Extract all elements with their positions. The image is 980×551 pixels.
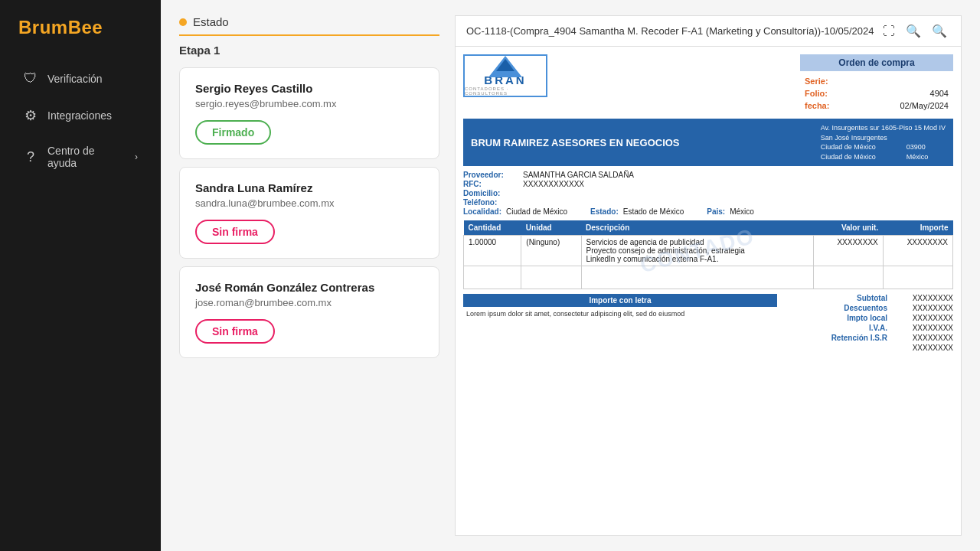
sidebar-label-integraciones: Integraciones [47, 109, 138, 122]
cell-valor-unit: XXXXXXXX [813, 236, 883, 266]
address-line1: Av. Insurgentes sur 1605-Piso 15 Mod IV [821, 123, 946, 133]
shield-icon: 🛡 [23, 70, 38, 86]
pais-val: México [730, 207, 754, 216]
subtotal-label: Subtotal [857, 294, 887, 302]
address-cp: 03900 [906, 142, 926, 152]
logo-area: BrumBee [0, 0, 161, 60]
provider-section: Proveedor: SAMANTHA GARCIA SALDAÑA RFC: … [463, 171, 953, 216]
left-panel: Estado Etapa 1 Sergio Reyes Castillo ser… [179, 15, 439, 536]
signer-card-2: Sandra Luna Ramírez sandra.luna@brumbee.… [179, 167, 439, 259]
impto-local-row: Impto local XXXXXXXX [847, 314, 953, 322]
subtotal-val: XXXXXXXX [900, 294, 953, 302]
total-row: XXXXXXXX [887, 344, 953, 352]
folio-label: Folio: [802, 88, 855, 99]
impto-local-label: Impto local [847, 314, 887, 322]
descuentos-val: XXXXXXXX [900, 304, 953, 312]
estado-doc-val: Estado de México [623, 207, 684, 216]
doc-header-row: BRAN CONTADORES · CONSULTORES Orden de c… [463, 54, 953, 112]
company-name: BRUM RAMIREZ ASESORES EN NEGOCIOS [471, 137, 680, 148]
descuentos-label: Descuentos [844, 304, 887, 312]
bottom-section: Importe con letra Lorem ipsum dolor sit … [463, 294, 953, 352]
totals-section: Subtotal XXXXXXXX Descuentos XXXXXXXX Im… [785, 294, 953, 352]
serie-val [857, 76, 952, 86]
doc-logo-area: BRAN CONTADORES · CONSULTORES [463, 54, 563, 97]
sin-firma-button-3[interactable]: Sin firma [195, 319, 275, 344]
logo-subtitle: CONTADORES · CONSULTORES [465, 86, 546, 96]
proveedor-val: SAMANTHA GARCIA SALDAÑA [523, 171, 634, 179]
importe-letra-section: Importe con letra Lorem ipsum dolor sit … [463, 294, 777, 352]
signer-name-1: Sergio Reyes Castillo [195, 82, 423, 95]
telefono-label: Teléfono: [463, 198, 518, 207]
total-val: XXXXXXXX [900, 344, 953, 352]
table-row: 1.00000 (Ninguno) Servicios de agencia d… [464, 236, 953, 266]
sin-firma-button-2[interactable]: Sin firma [195, 220, 275, 244]
orden-compra-section: Orden de compra Serie: Folio: 4904 [800, 54, 953, 112]
impto-local-val: XXXXXXXX [900, 314, 953, 322]
sidebar-label-verificacion: Verificación [47, 73, 138, 85]
signer-email-3: jose.roman@brumbee.com.mx [195, 297, 423, 308]
folio-val: 4904 [857, 88, 952, 99]
iva-row: I.V.A. XXXXXXXX [869, 324, 953, 332]
cell-unidad: (Ninguno) [521, 236, 581, 266]
estado-dot-icon [179, 18, 187, 26]
serie-label: Serie: [802, 76, 855, 86]
localidad-val: Ciudad de México [506, 207, 567, 216]
sidebar-label-ayuda: Centro de ayuda [47, 145, 126, 169]
retencion-val: XXXXXXXX [900, 334, 953, 342]
zoom-out-icon[interactable]: 🔍 [929, 22, 950, 40]
proveedor-label: Proveedor: [463, 171, 518, 179]
signer-card-1: Sergio Reyes Castillo sergio.reyes@brumb… [179, 67, 439, 159]
sidebar-item-ayuda[interactable]: ? Centro de ayuda › [5, 135, 156, 179]
cell-importe: XXXXXXXX [883, 236, 952, 266]
doc-controls: ⛶ 🔍 🔍 [880, 22, 950, 40]
sidebar-item-integraciones[interactable]: ⚙ Integraciones [5, 97, 156, 134]
doc-title: OC-1118-(Compra_4904 Samantha M. Recoder… [466, 25, 874, 37]
estado-doc-label: Estado: [590, 207, 619, 216]
signer-email-2: sandra.luna@brumbee.com.mx [195, 197, 423, 209]
right-panel: OC-1118-(Compra_4904 Samantha M. Recoder… [455, 15, 962, 536]
orden-info-table: Serie: Folio: 4904 fecha: 02/May/2024 [800, 74, 953, 112]
signer-card-3: José Román González Contreras jose.roman… [179, 266, 439, 358]
col-importe: Importe [883, 220, 952, 236]
col-unidad: Unidad [521, 220, 581, 236]
address-ciudad: Ciudad de México [821, 142, 876, 152]
doc-title-bar: OC-1118-(Compra_4904 Samantha M. Recoder… [455, 15, 962, 46]
sidebar-item-verificacion[interactable]: 🛡 Verificación [5, 60, 156, 96]
sidebar: BrumBee 🛡 Verificación ⚙ Integraciones ?… [0, 0, 161, 551]
sidebar-nav: 🛡 Verificación ⚙ Integraciones ? Centro … [0, 60, 161, 180]
rfc-val: XXXXXXXXXXXX [523, 180, 584, 188]
fullscreen-icon[interactable]: ⛶ [880, 23, 898, 40]
main-content: Estado Etapa 1 Sergio Reyes Castillo ser… [161, 0, 980, 551]
doc-container[interactable]: BRAN CONTADORES · CONSULTORES Orden de c… [455, 46, 962, 536]
importe-letra-label: Importe con letra [463, 294, 777, 307]
estado-text: Estado [193, 15, 229, 28]
pais-label: Pais: [707, 207, 725, 216]
orden-compra-label: Orden de compra [800, 54, 953, 71]
company-banner: BRUM RAMIREZ ASESORES EN NEGOCIOS Av. In… [463, 119, 953, 166]
table-row-empty [464, 266, 953, 289]
address-ciudad2: Ciudad de México [821, 152, 876, 162]
items-table: Cantidad Unidad Descripción Valor unit. … [463, 220, 953, 289]
signer-name-2: Sandra Luna Ramírez [195, 181, 423, 194]
address-info: Av. Insurgentes sur 1605-Piso 15 Mod IV … [821, 123, 946, 161]
zoom-in-icon[interactable]: 🔍 [903, 22, 924, 40]
subtotal-row: Subtotal XXXXXXXX [857, 294, 953, 302]
localidad-label: Localidad: [463, 207, 501, 216]
domicilio-label: Domicilio: [463, 189, 518, 197]
gear-icon: ⚙ [23, 107, 38, 124]
etapa-label: Etapa 1 [179, 44, 439, 57]
col-cantidad: Cantidad [464, 220, 521, 236]
cell-descripcion: Servicios de agencia de publicidad Proye… [581, 236, 813, 266]
iva-label: I.V.A. [869, 324, 887, 332]
firmado-button-1[interactable]: Firmado [195, 120, 271, 145]
fecha-label: fecha: [802, 100, 855, 111]
address-city-right: San José Insurgentes [821, 133, 887, 143]
signer-email-1: sergio.reyes@brumbee.com.mx [195, 98, 423, 109]
fecha-val: 02/May/2024 [857, 100, 952, 111]
cell-cantidad: 1.00000 [464, 236, 521, 266]
content-area: Estado Etapa 1 Sergio Reyes Castillo ser… [161, 0, 980, 551]
importe-letra-text: Lorem ipsum dolor sit amet, consectetur … [463, 308, 777, 319]
rfc-label: RFC: [463, 180, 518, 188]
estado-section: Estado [179, 15, 439, 36]
col-valor-unit: Valor unit. [813, 220, 883, 236]
